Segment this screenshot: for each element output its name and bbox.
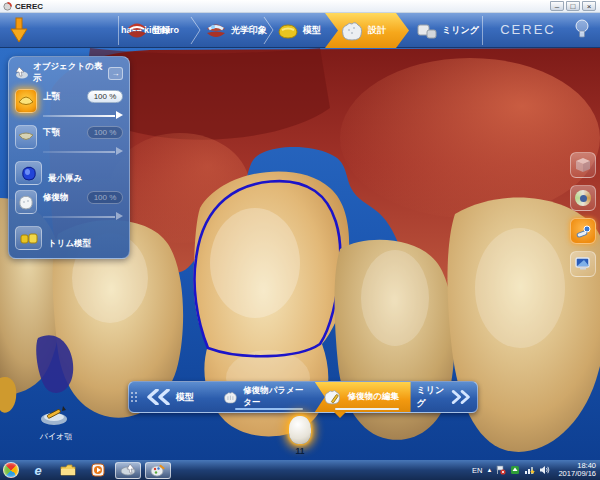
opacity-slider-restoration[interactable] xyxy=(43,212,123,221)
cerec-application-window: CEREC – □ × hase kimihiro 登録 xyxy=(0,0,600,480)
tray-app-icon[interactable] xyxy=(510,465,520,475)
windows-taskbar: e xyxy=(0,460,600,480)
bio-jaw-label: バイオ顎 xyxy=(28,431,84,442)
next-step-label: ミリング xyxy=(417,384,447,410)
close-button[interactable]: × xyxy=(582,1,596,11)
step-restoration-editing[interactable]: 修復物の編集 xyxy=(315,382,411,412)
opacity-value: 100 % xyxy=(87,126,123,139)
object-label: 上顎 xyxy=(43,91,60,103)
step-label: 修復物パラメーター xyxy=(243,385,307,409)
lower-jaw-icon[interactable] xyxy=(15,125,37,149)
object-row-trim-model: トリム模型 xyxy=(15,226,123,250)
double-chevron-left-icon xyxy=(146,389,172,405)
step-progress-underline xyxy=(335,408,399,410)
bio-jaw-icon xyxy=(39,404,73,426)
color-ring-icon[interactable] xyxy=(570,185,596,211)
restoration-parameters-icon xyxy=(223,390,238,405)
show-hidden-icons[interactable]: ▲ xyxy=(487,467,493,473)
registration-jaw-icon xyxy=(126,22,148,40)
panel-title: オブジェクトの表示 xyxy=(33,61,104,85)
minimum-thickness-icon[interactable] xyxy=(15,161,42,185)
taskbar-cerec-app[interactable] xyxy=(115,462,141,479)
bottom-step-navigation: 模型 修復物パラメーター 修復物の編集 ミリング xyxy=(128,381,478,413)
divider xyxy=(482,16,483,45)
restoration-edit-icon xyxy=(323,389,343,405)
taskbar-paint-app[interactable] xyxy=(145,462,171,479)
opacity-value: 100 % xyxy=(87,191,123,204)
upper-jaw-icon[interactable] xyxy=(15,89,37,113)
tooth-indicator: 11 xyxy=(283,416,317,456)
restoration-icon[interactable] xyxy=(15,190,37,214)
taskbar-file-explorer[interactable] xyxy=(55,462,81,479)
gingiva-highlight xyxy=(340,58,600,218)
media-player-icon xyxy=(91,463,105,477)
active-step-pointer xyxy=(334,412,346,418)
bio-jaw-button[interactable]: バイオ顎 xyxy=(28,404,84,442)
download-arrow-icon[interactable] xyxy=(10,17,28,43)
object-display-panel: オブジェクトの表示 → 上顎 100 % xyxy=(8,56,130,259)
object-row-upper-jaw: 上顎 100 % xyxy=(15,89,123,120)
top-step-navigation: hase kimihiro 登録 光学印象 xyxy=(0,13,600,48)
display-view-icon[interactable] xyxy=(570,251,596,277)
panel-collapse-button[interactable]: → xyxy=(108,67,123,80)
previous-step-button[interactable]: 模型 xyxy=(140,382,215,412)
step-design[interactable]: 設計 xyxy=(340,13,386,48)
speaker-volume-icon[interactable] xyxy=(539,465,550,475)
3d-viewport: オブジェクトの表示 → 上顎 100 % xyxy=(0,48,600,460)
opacity-slider-upper-jaw[interactable] xyxy=(43,111,123,120)
step-label: 登録 xyxy=(152,24,170,37)
step-label: 修復物の編集 xyxy=(348,391,399,403)
step-progress-underline xyxy=(235,408,302,410)
cerec-brand-logo: CEREC xyxy=(492,22,564,37)
step-label: ミリング xyxy=(442,24,479,37)
step-model[interactable]: 模型 xyxy=(277,13,321,48)
restore-button[interactable]: □ xyxy=(566,1,580,11)
tooth-number: 11 xyxy=(283,446,317,456)
opacity-slider-lower-jaw[interactable] xyxy=(43,147,123,156)
object-row-lower-jaw: 下顎 100 % xyxy=(15,125,123,156)
window-title: CEREC xyxy=(15,2,43,11)
trim-model-icon[interactable] xyxy=(15,226,42,250)
opacity-value: 100 % xyxy=(87,90,123,103)
panel-cursor-icon xyxy=(15,67,29,79)
toolbar-drag-handle[interactable] xyxy=(129,382,140,412)
step-separator-chevron xyxy=(190,16,202,45)
tooth-11-icon[interactable] xyxy=(289,416,311,444)
taskbar-media-player[interactable] xyxy=(85,462,111,479)
language-indicator[interactable]: EN xyxy=(472,466,482,475)
tray-date: 2017/09/16 xyxy=(558,470,596,479)
step-label: 設計 xyxy=(368,24,386,37)
start-button[interactable] xyxy=(3,462,19,478)
step-label: 光学印象 xyxy=(231,24,267,37)
object-row-restoration: 修復物 100 % xyxy=(15,190,123,221)
object-label: トリム模型 xyxy=(48,238,91,248)
step-milling[interactable]: ミリング xyxy=(416,13,479,48)
taskbar-internet-explorer[interactable]: e xyxy=(25,462,51,479)
folder-icon xyxy=(60,464,76,476)
step-label: 模型 xyxy=(303,24,321,37)
palette-icon xyxy=(150,464,166,477)
model-icon xyxy=(277,22,299,40)
taskbar-clock[interactable]: 18:40 2017/09/16 xyxy=(554,462,596,479)
cerec-jaw-icon xyxy=(120,464,136,476)
next-step-button[interactable]: ミリング xyxy=(411,382,477,412)
object-label: 最小厚み xyxy=(48,173,82,183)
object-label: 修復物 xyxy=(43,192,69,204)
prev-step-label: 模型 xyxy=(176,391,194,404)
view-cube-icon[interactable] xyxy=(570,152,596,178)
optical-impression-icon xyxy=(205,22,227,40)
object-row-minimum-thickness: 最小厚み xyxy=(15,161,123,185)
network-status-icon[interactable] xyxy=(524,465,535,475)
milling-icon xyxy=(416,22,438,40)
action-center-flag-icon[interactable] xyxy=(496,465,506,475)
minimize-button[interactable]: – xyxy=(550,1,564,11)
window-titlebar: CEREC – □ × xyxy=(0,0,600,13)
double-chevron-right-icon xyxy=(450,389,471,405)
system-tray: EN ▲ 18:40 xyxy=(472,462,600,479)
analysis-tool-icon[interactable] xyxy=(570,218,596,244)
lightbulb-icon[interactable] xyxy=(574,18,590,42)
step-restoration-parameters[interactable]: 修復物パラメーター xyxy=(215,382,314,412)
design-crown-icon xyxy=(340,21,364,41)
step-optical-impression[interactable]: 光学印象 xyxy=(205,13,267,48)
step-registration[interactable]: 登録 xyxy=(126,13,170,48)
